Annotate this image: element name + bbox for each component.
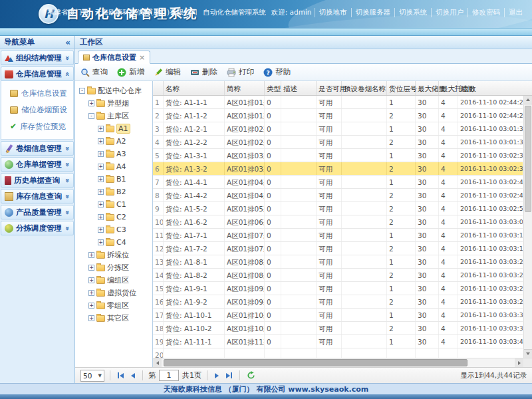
column-header-type[interactable]: 类型 [265,81,281,95]
tree-node[interactable]: + B1 [78,173,152,186]
last-page-button[interactable] [224,370,234,380]
scroll-down-icon[interactable] [524,349,532,358]
link-change-password[interactable]: 修改密码 [467,8,504,17]
tree-node[interactable]: + A4 [78,160,152,173]
tree-node[interactable]: + 编组区 [78,274,152,287]
tree-node[interactable]: + C1 [78,198,152,211]
next-page-button[interactable] [213,371,221,380]
tree-toggle-icon[interactable]: + [98,138,104,144]
scroll-right-icon[interactable] [515,358,523,367]
link-switch-city[interactable]: 切换地市 [315,8,351,17]
tree-node[interactable]: + C3 [78,223,152,236]
table-row[interactable]: 10 货位: A1-6-2 A区01排06列02 0 可用 2 30 4 2 [153,215,523,229]
tree-node[interactable]: + A3 [78,148,152,160]
column-header-max-storage[interactable]: 最大储量 [416,81,439,95]
table-row[interactable]: 1 货位: A1-1-1 A区01排01列01 0 可用 1 30 4 20 [153,96,523,109]
tree-toggle-icon[interactable]: + [88,315,94,321]
sidebar-group-cigarette-info[interactable]: 卷烟信息管理 [1,141,74,156]
print-button[interactable]: 打印 [227,67,254,77]
link-logout[interactable]: 退出 [504,8,527,17]
refresh-button[interactable] [247,371,255,380]
sidebar-group-product-quality[interactable]: 产品质量管理 [1,205,74,219]
tree-toggle-icon[interactable]: + [88,277,94,283]
help-button[interactable]: ? 帮助 [263,67,291,77]
sidebar-item-storage-cigarette-preset[interactable]: 储位卷烟预设 [1,102,73,118]
tree-node[interactable]: + 分拣区 [78,261,152,274]
tree-toggle-icon[interactable]: + [98,189,104,195]
tree-toggle-icon[interactable]: + [98,176,104,182]
table-row[interactable]: 12 货位: A1-7-2 A区01排07列02 0 可用 2 30 4 2 [153,242,523,255]
tree-toggle-icon[interactable]: + [98,214,104,220]
sidebar-group-sorting-dispatch[interactable]: 分拣调度管理 [1,221,74,235]
page-size-select[interactable]: 50 ▼ [80,370,104,382]
tree-node[interactable]: + 零组区 [78,299,152,312]
collapse-left-icon[interactable]: « [65,38,70,47]
tree-toggle-icon[interactable]: + [98,201,104,207]
tree-toggle-icon[interactable]: - [88,113,94,119]
first-page-button[interactable] [116,370,126,380]
sidebar-group-org-structure[interactable]: 组织结构管理 [1,51,74,65]
add-button[interactable]: 新增 [117,67,144,77]
link-switch-system[interactable]: 切换系统 [394,8,431,17]
table-row[interactable]: 18 货位: A1-10-2 A区01排10列02 0 可用 2 30 4 [153,322,523,335]
column-header-short-name[interactable]: 简称 [225,81,265,95]
link-switch-server[interactable]: 切换服务器 [351,8,395,17]
column-header-time[interactable]: 时间 [458,81,523,95]
tree-toggle-icon[interactable]: + [88,303,94,309]
table-row[interactable]: 14 货位: A1-8-2 A区01排08列02 0 可用 2 30 4 2 [153,269,523,282]
scroll-left-icon[interactable] [153,358,162,367]
vertical-scrollbar[interactable] [523,96,532,358]
table-row[interactable]: 4 货位: A1-2-2 A区01排02列02 0 可用 2 30 4 20 [153,136,523,149]
sidebar-group-history-documents[interactable]: 历史单据查询 [1,173,74,188]
delete-button[interactable]: 删除 [190,67,217,77]
table-row[interactable]: 20 [153,348,523,358]
table-row[interactable]: 17 货位: A1-10-1 A区01排10列01 0 可用 1 30 4 [153,309,523,322]
edit-button[interactable]: 编辑 [154,67,181,77]
horizontal-scroll-thumb[interactable] [164,359,467,366]
column-header-layer[interactable]: 货位层号 [387,81,416,95]
horizontal-scrollbar[interactable] [153,358,523,367]
table-row[interactable]: 9 货位: A1-5-2 A区01排05列02 0 可用 2 30 4 20 [153,202,523,215]
table-row[interactable]: 13 货位: A1-8-1 A区01排08列01 0 可用 1 30 4 2 [153,255,523,269]
tree-toggle-icon[interactable]: + [88,252,94,258]
table-row[interactable]: 2 货位: A1-1-2 A区01排01列02 0 可用 2 30 4 20 [153,109,523,122]
tree-node[interactable]: + 异型烟 [78,97,152,110]
tree-node[interactable]: + 其它区 [78,312,152,325]
table-row[interactable]: 6 货位: A1-3-2 A区01排03列02 0 可用 2 30 4 20 [153,162,523,176]
table-row[interactable]: 3 货位: A1-2-1 A区01排02列01 0 可用 1 30 4 20 [153,122,523,136]
tree-node[interactable]: + A1 [78,122,152,135]
tree-node[interactable]: - 配送中心仓库 [78,84,152,97]
link-switch-user[interactable]: 切换用户 [431,8,467,17]
sidebar-group-inventory-query[interactable]: 库存信息查询 [1,189,74,203]
table-row[interactable]: 8 货位: A1-4-2 A区01排04列02 0 可用 2 30 4 20 [153,189,523,202]
column-header-name[interactable]: 名称 [164,81,225,95]
search-button[interactable]: 查询 [80,67,108,77]
column-header-max-pallet[interactable]: 最大托盘数 [439,81,458,95]
sidebar-group-warehouse-info[interactable]: 仓库信息管理 [1,66,74,81]
table-row[interactable]: 5 货位: A1-3-1 A区01排03列01 0 可用 1 30 4 20 [153,149,523,162]
column-header-description[interactable]: 描述 [281,81,317,95]
sidebar-group-warehouse-documents[interactable]: 仓库单据管理 [1,157,74,172]
tree-node[interactable]: + A2 [78,135,152,148]
tree-node[interactable]: + 拆垛位 [78,249,152,261]
scroll-up-icon[interactable] [524,96,532,104]
column-header-available[interactable]: 是否可用 [317,81,342,95]
tree-toggle-icon[interactable]: + [88,265,94,271]
tab-warehouse-info-settings[interactable]: 仓库信息设置 × [78,51,150,64]
table-row[interactable]: 11 货位: A1-7-1 A区01排07列01 0 可用 1 30 4 2 [153,229,523,242]
prev-page-button[interactable] [129,371,137,380]
vertical-scroll-thumb[interactable] [525,106,531,212]
column-header-preset-name[interactable]: 预设卷烟名称 [342,81,387,95]
table-row[interactable]: 7 货位: A1-4-1 A区01排04列01 0 可用 1 30 4 20 [153,176,523,189]
table-row[interactable]: 19 货位: A1-11-1 A区01排11列01 0 可用 1 30 4 [153,335,523,348]
tree-node[interactable]: - 主库区 [78,110,152,122]
sidebar-item-inventory-location-preview[interactable]: ✔ 库存货位预览 [1,118,73,135]
tree-node[interactable]: + B2 [78,186,152,198]
tree-toggle-icon[interactable]: + [88,100,94,106]
tree-toggle-icon[interactable]: + [88,290,94,296]
tree-toggle-icon[interactable]: + [98,227,104,233]
table-row[interactable]: 15 货位: A1-9-1 A区01排09列01 0 可用 1 30 4 2 [153,282,523,295]
tree-toggle-icon[interactable]: + [98,151,104,157]
table-row[interactable]: 16 货位: A1-9-2 A区01排09列02 0 可用 2 30 4 2 [153,295,523,309]
tab-close-icon[interactable]: × [139,53,145,62]
